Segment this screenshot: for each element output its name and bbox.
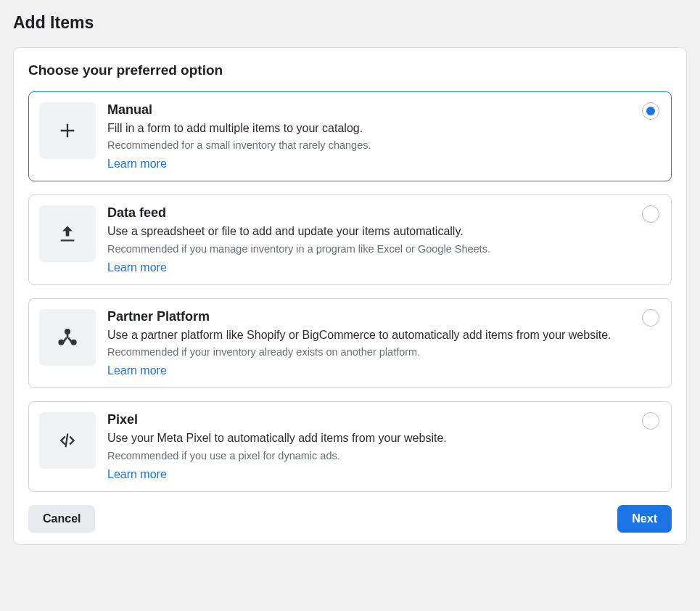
option-title: Data feed (107, 205, 630, 221)
option-desc: Use a partner platform like Shopify or B… (107, 327, 630, 343)
upload-icon (39, 205, 96, 262)
option-manual[interactable]: Manual Fill in a form to add multiple it… (28, 91, 672, 181)
option-body: Pixel Use your Meta Pixel to automatical… (107, 412, 659, 480)
option-rec: Recommended if your inventory already ex… (107, 345, 630, 360)
option-body: Data feed Use a spreadsheet or file to a… (107, 205, 659, 274)
radio-manual[interactable] (642, 102, 659, 120)
option-pixel[interactable]: Pixel Use your Meta Pixel to automatical… (28, 401, 672, 491)
option-title: Manual (107, 102, 630, 118)
nodes-icon (39, 309, 96, 366)
footer: Cancel Next (28, 505, 672, 533)
learn-more-link[interactable]: Learn more (107, 468, 167, 481)
option-rec: Recommended for a small inventory that r… (107, 138, 630, 153)
option-rec: Recommended if you manage inventory in a… (107, 242, 630, 257)
option-rec: Recommended if you use a pixel for dynam… (107, 448, 630, 464)
option-title: Pixel (107, 412, 630, 427)
code-icon (39, 412, 96, 469)
learn-more-link[interactable]: Learn more (107, 157, 167, 171)
next-button[interactable]: Next (617, 505, 672, 533)
learn-more-link[interactable]: Learn more (107, 261, 167, 274)
radio-partner-platform[interactable] (642, 309, 659, 327)
option-desc: Use a spreadsheet or file to add and upd… (107, 224, 630, 239)
option-body: Manual Fill in a form to add multiple it… (107, 102, 659, 171)
option-desc: Use your Meta Pixel to automatically add… (107, 430, 630, 446)
svg-point-0 (65, 329, 70, 335)
subtitle: Choose your preferred option (28, 62, 672, 78)
option-partner-platform[interactable]: Partner Platform Use a partner platform … (28, 298, 672, 388)
learn-more-link[interactable]: Learn more (107, 364, 167, 377)
option-title: Partner Platform (107, 309, 630, 324)
option-desc: Fill in a form to add multiple items to … (107, 120, 630, 136)
option-body: Partner Platform Use a partner platform … (107, 309, 659, 377)
options-card: Choose your preferred option Manual Fill… (13, 47, 687, 545)
cancel-button[interactable]: Cancel (28, 505, 95, 533)
option-data-feed[interactable]: Data feed Use a spreadsheet or file to a… (28, 194, 672, 284)
plus-icon (39, 102, 96, 159)
page-title: Add Items (13, 13, 687, 33)
